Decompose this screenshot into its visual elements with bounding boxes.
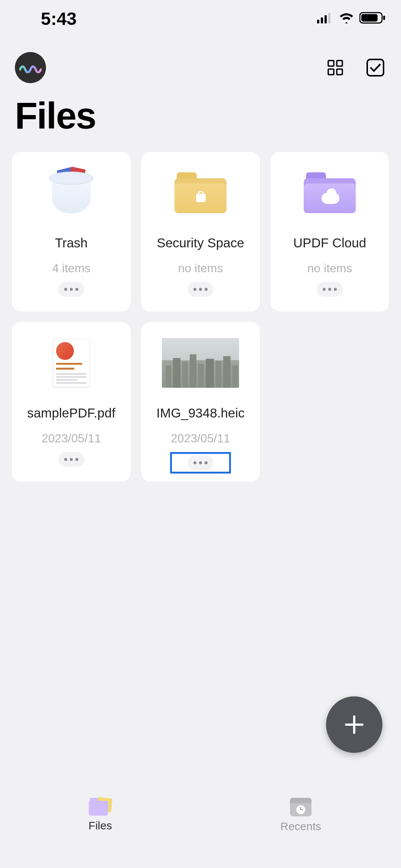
more-button[interactable] — [188, 282, 213, 297]
security-space-card[interactable]: Security Space no items — [141, 152, 260, 312]
card-name: samplePDF.pdf — [19, 406, 124, 420]
more-button[interactable] — [58, 452, 84, 467]
card-meta: no items — [178, 261, 223, 275]
svg-rect-2 — [325, 15, 327, 23]
pdf-thumbnail — [16, 333, 127, 393]
svg-rect-10 — [337, 69, 342, 75]
checkbox-icon — [366, 58, 385, 77]
tab-recents[interactable]: Recents — [200, 787, 401, 868]
header — [0, 37, 401, 83]
card-name: IMG_9348.heic — [148, 406, 254, 420]
image-card[interactable]: IMG_9348.heic 2023/05/11 — [141, 322, 260, 482]
svg-rect-7 — [328, 61, 334, 66]
recents-tab-icon — [290, 798, 312, 816]
cloud-folder-icon — [274, 163, 385, 222]
svg-rect-8 — [337, 61, 342, 66]
file-grid: Trash 4 items Security Space no items UP… — [0, 152, 401, 482]
svg-rect-0 — [317, 20, 319, 23]
svg-rect-5 — [361, 14, 378, 22]
plus-icon — [342, 713, 366, 737]
trash-icon — [16, 163, 127, 222]
tab-label: Files — [88, 819, 112, 832]
status-bar: 5:43 — [0, 0, 401, 37]
more-button[interactable] — [317, 282, 343, 297]
card-meta: no items — [307, 261, 352, 275]
more-button-highlighted[interactable] — [170, 452, 231, 474]
avatar[interactable] — [15, 52, 46, 83]
svg-rect-9 — [328, 69, 334, 75]
sample-pdf-card[interactable]: samplePDF.pdf 2023/05/11 — [12, 322, 131, 482]
wifi-icon — [339, 12, 354, 25]
grid-icon — [326, 59, 344, 77]
svg-rect-11 — [367, 59, 384, 76]
trash-card[interactable]: Trash 4 items — [12, 152, 131, 312]
card-meta: 2023/05/11 — [171, 432, 230, 445]
svg-rect-1 — [321, 17, 323, 23]
page-title: Files — [0, 83, 401, 152]
tab-files[interactable]: Files — [0, 787, 200, 868]
card-meta: 4 items — [52, 261, 90, 275]
svg-rect-3 — [328, 13, 330, 23]
status-indicators — [317, 12, 386, 25]
locked-folder-icon — [145, 163, 256, 222]
tabbar: Files Recents — [0, 786, 401, 868]
cellular-icon — [317, 12, 333, 25]
grid-view-button[interactable] — [325, 57, 346, 78]
card-name: Security Space — [148, 235, 254, 250]
svg-rect-6 — [383, 16, 385, 20]
tab-label: Recents — [280, 820, 321, 833]
battery-icon — [359, 12, 386, 25]
add-button[interactable] — [326, 696, 382, 753]
card-name: Trash — [19, 235, 124, 250]
card-name: UPDF Cloud — [277, 235, 383, 250]
updf-cloud-card[interactable]: UPDF Cloud no items — [270, 152, 389, 312]
logo-icon — [19, 62, 42, 73]
select-button[interactable] — [365, 57, 386, 78]
files-tab-icon — [89, 798, 112, 816]
card-meta: 2023/05/11 — [42, 432, 101, 445]
image-thumbnail — [145, 333, 256, 393]
status-time: 5:43 — [41, 9, 76, 29]
more-button[interactable] — [58, 282, 84, 297]
